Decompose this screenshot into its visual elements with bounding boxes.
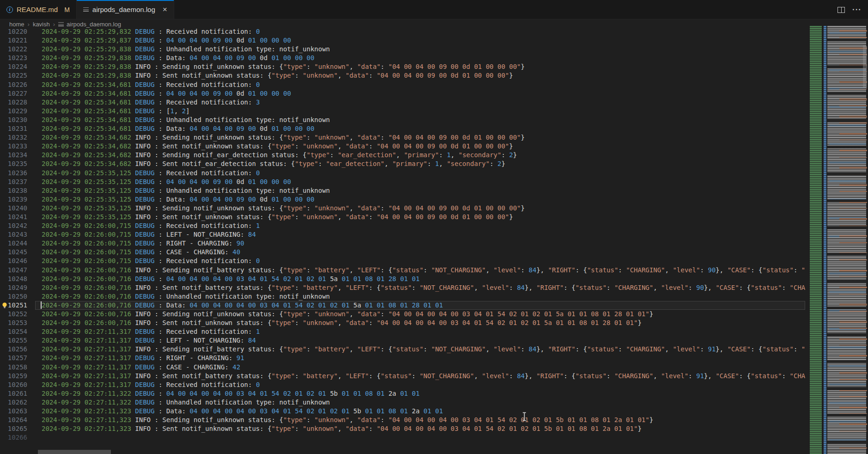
tab-airpods-daemon-log[interactable]: airpods_daemon.log × xyxy=(77,0,174,19)
line-number[interactable]: 10243 xyxy=(0,230,27,239)
log-text[interactable]: 2024-09-29 02:27:11,317 INFO : Sent noti… xyxy=(42,372,805,380)
line-number[interactable]: 10233 xyxy=(0,142,27,151)
log-line[interactable]: 102422024-09-29 02:26:00,715 DEBUG : Rec… xyxy=(0,221,805,230)
log-text[interactable]: 2024-09-29 02:26:00,715 DEBUG : RIGHT - … xyxy=(42,239,244,247)
line-number[interactable]: 10249 xyxy=(0,283,27,292)
line-number[interactable]: 10228 xyxy=(0,98,27,107)
line-number[interactable]: 10262 xyxy=(0,398,27,407)
log-line[interactable]: 102472024-09-29 02:26:00,716 INFO : Send… xyxy=(0,266,805,275)
log-line[interactable]: 102462024-09-29 02:26:00,715 DEBUG : Rec… xyxy=(0,257,805,265)
log-line[interactable]: 102412024-09-29 02:25:35,125 INFO : Sent… xyxy=(0,213,805,221)
log-line[interactable]: 102552024-09-29 02:27:11,317 DEBUG : LEF… xyxy=(0,336,805,345)
log-line[interactable]: 102542024-09-29 02:27:11,317 DEBUG : Rec… xyxy=(0,327,805,336)
log-line[interactable]: 102312024-09-29 02:25:34,681 DEBUG : Dat… xyxy=(0,124,805,133)
log-text[interactable]: 2024-09-29 02:25:29,832 DEBUG : Received… xyxy=(42,28,260,35)
log-line[interactable]: 102582024-09-29 02:27:11,317 DEBUG : CAS… xyxy=(0,363,805,372)
log-line[interactable]: 102392024-09-29 02:25:35,125 DEBUG : Dat… xyxy=(0,195,805,204)
log-text[interactable]: 2024-09-29 02:25:35,125 INFO : Sending n… xyxy=(42,204,525,212)
horizontal-scrollbar-thumb[interactable] xyxy=(38,450,111,454)
log-text[interactable]: 2024-09-29 02:25:35,125 DEBUG : Data: 04… xyxy=(42,196,314,203)
line-number[interactable]: 10266 xyxy=(0,433,27,442)
log-line[interactable]: 102592024-09-29 02:27:11,317 INFO : Sent… xyxy=(0,372,805,380)
log-line[interactable]: 102352024-09-29 02:25:34,682 INFO : Sent… xyxy=(0,160,805,168)
more-actions-icon[interactable]: ··· xyxy=(852,5,862,14)
log-line[interactable]: 102202024-09-29 02:25:29,832 DEBUG : Rec… xyxy=(0,27,805,36)
log-line[interactable]: 102342024-09-29 02:25:34,682 INFO : Send… xyxy=(0,151,805,160)
log-line[interactable]: 102632024-09-29 02:27:11,323 DEBUG : Dat… xyxy=(0,407,805,416)
line-number[interactable]: 10225 xyxy=(0,71,27,80)
line-number[interactable]: 10250 xyxy=(0,292,27,301)
line-number[interactable]: 10229 xyxy=(0,107,27,116)
log-text[interactable]: 2024-09-29 02:25:34,681 DEBUG : Received… xyxy=(42,81,260,88)
log-line[interactable]: 102642024-09-29 02:27:11,323 INFO : Send… xyxy=(0,416,805,424)
log-line[interactable]: 102282024-09-29 02:25:34,681 DEBUG : Rec… xyxy=(0,98,805,107)
line-number[interactable]: 10234 xyxy=(0,151,27,160)
log-line[interactable]: 102482024-09-29 02:26:00,716 DEBUG : 04 … xyxy=(0,275,805,283)
log-line[interactable]: 102232024-09-29 02:25:29,838 DEBUG : Dat… xyxy=(0,54,805,62)
log-line[interactable]: 102362024-09-29 02:25:35,125 DEBUG : Rec… xyxy=(0,169,805,178)
log-text[interactable]: 2024-09-29 02:26:00,716 INFO : Sending n… xyxy=(42,266,805,274)
log-text[interactable]: 2024-09-29 02:26:00,716 DEBUG : Unhandle… xyxy=(42,293,330,300)
line-number[interactable]: 10264 xyxy=(0,416,27,424)
line-number[interactable]: 10261 xyxy=(0,389,27,398)
log-line[interactable]: 102652024-09-29 02:27:11,323 INFO : Sent… xyxy=(0,424,805,433)
log-text[interactable]: 2024-09-29 02:27:11,317 DEBUG : LEFT - N… xyxy=(42,337,256,344)
log-text[interactable]: 2024-09-29 02:25:35,125 DEBUG : Received… xyxy=(42,169,260,177)
log-content[interactable]: 102202024-09-29 02:25:29,832 DEBUG : Rec… xyxy=(0,27,805,454)
log-text[interactable]: 2024-09-29 02:25:34,681 DEBUG : 04 00 04… xyxy=(42,90,291,97)
line-number[interactable]: 10226 xyxy=(0,80,27,89)
line-number[interactable]: 10220 xyxy=(0,27,27,36)
log-line[interactable]: 102612024-09-29 02:27:11,322 DEBUG : 04 … xyxy=(0,389,805,398)
log-line[interactable]: 102572024-09-29 02:27:11,317 DEBUG : RIG… xyxy=(0,354,805,362)
log-line[interactable]: 102382024-09-29 02:25:35,125 DEBUG : Unh… xyxy=(0,186,805,195)
log-line[interactable]: 102622024-09-29 02:27:11,322 DEBUG : Unh… xyxy=(0,398,805,407)
log-text[interactable]: 2024-09-29 02:27:11,317 DEBUG : RIGHT - … xyxy=(42,354,244,362)
log-text[interactable]: 2024-09-29 02:27:11,317 DEBUG : Received… xyxy=(42,328,260,335)
line-number[interactable]: 10247 xyxy=(0,266,27,275)
line-number[interactable]: 10253 xyxy=(0,319,27,327)
line-number[interactable]: 10224 xyxy=(0,62,27,71)
line-number[interactable]: 10263 xyxy=(0,407,27,416)
line-number[interactable]: 10221 xyxy=(0,36,27,45)
log-text[interactable]: 2024-09-29 02:25:35,125 INFO : Sent noti… xyxy=(42,213,513,221)
log-text[interactable]: 2024-09-29 02:25:34,681 DEBUG : [1, 2] xyxy=(42,107,189,115)
log-line[interactable]: 10266 xyxy=(0,433,805,442)
line-number[interactable]: 10260 xyxy=(0,380,27,389)
log-line[interactable]: 102492024-09-29 02:26:00,716 INFO : Sent… xyxy=(0,283,805,292)
log-text[interactable]: 2024-09-29 02:25:29,838 INFO : Sending n… xyxy=(42,63,525,70)
log-line[interactable]: 102602024-09-29 02:27:11,317 DEBUG : Rec… xyxy=(0,380,805,389)
log-text[interactable]: 2024-09-29 02:26:00,715 DEBUG : Received… xyxy=(42,257,260,264)
log-line[interactable]: 102432024-09-29 02:26:00,715 DEBUG : LEF… xyxy=(0,230,805,239)
log-text[interactable]: 2024-09-29 02:26:00,715 DEBUG : Received… xyxy=(42,222,260,229)
log-text[interactable]: 2024-09-29 02:25:34,681 DEBUG : Unhandle… xyxy=(42,116,330,123)
vertical-scrollbar-thumb[interactable] xyxy=(863,46,867,88)
log-text[interactable]: 2024-09-29 02:27:11,317 DEBUG : Received… xyxy=(42,381,260,388)
log-text[interactable]: 2024-09-29 02:26:00,716 INFO : Sending n… xyxy=(42,310,653,318)
log-text[interactable]: 2024-09-29 02:27:11,317 DEBUG : CASE - C… xyxy=(42,363,240,371)
split-editor-icon[interactable] xyxy=(837,7,845,13)
line-number[interactable]: 10258 xyxy=(0,363,27,372)
log-line[interactable]: 102372024-09-29 02:25:35,125 DEBUG : 04 … xyxy=(0,178,805,186)
log-text[interactable]: 2024-09-29 02:26:00,716 DEBUG : Data: 04… xyxy=(42,301,443,309)
log-text[interactable]: 2024-09-29 02:25:34,682 INFO : Sent noti… xyxy=(42,142,513,150)
log-line[interactable]: 102452024-09-29 02:26:00,715 DEBUG : CAS… xyxy=(0,248,805,257)
log-text[interactable]: 2024-09-29 02:25:29,838 DEBUG : Unhandle… xyxy=(42,45,330,53)
log-text[interactable]: 2024-09-29 02:27:11,323 INFO : Sent noti… xyxy=(42,425,642,432)
line-number[interactable]: 10259 xyxy=(0,372,27,380)
line-number[interactable]: 10244 xyxy=(0,239,27,248)
line-number[interactable]: 10256 xyxy=(0,345,27,354)
minimap[interactable] xyxy=(810,26,868,454)
tab-readme[interactable]: i README.md M xyxy=(0,0,77,19)
line-number[interactable]: 10240 xyxy=(0,204,27,213)
log-line[interactable]: 102502024-09-29 02:26:00,716 DEBUG : Unh… xyxy=(0,292,805,301)
line-number[interactable]: 10236 xyxy=(0,169,27,178)
line-number[interactable]: 10223 xyxy=(0,54,27,62)
log-line[interactable]: 102332024-09-29 02:25:34,682 INFO : Sent… xyxy=(0,142,805,151)
line-number[interactable]: 10230 xyxy=(0,116,27,124)
lightbulb-icon[interactable] xyxy=(1,302,8,309)
log-line[interactable]: 102302024-09-29 02:25:34,681 DEBUG : Unh… xyxy=(0,116,805,124)
line-number[interactable]: 10242 xyxy=(0,221,27,230)
line-number[interactable]: 10235 xyxy=(0,160,27,168)
log-text[interactable]: 2024-09-29 02:25:29,837 DEBUG : 04 00 04… xyxy=(42,37,291,44)
line-number[interactable]: 10222 xyxy=(0,45,27,54)
